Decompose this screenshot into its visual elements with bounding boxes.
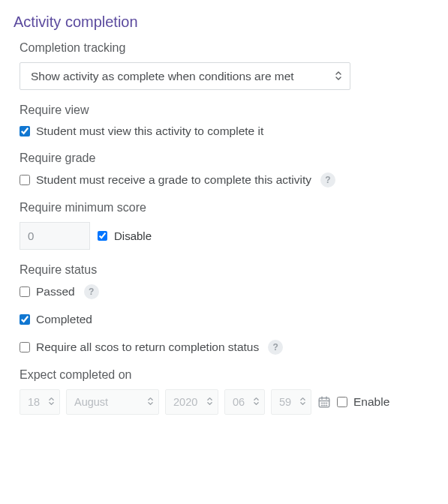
require-all-scos-label[interactable]: Require all scos to return completion st… [36,340,259,354]
require-all-scos-checkbox[interactable] [20,342,30,352]
status-passed-checkbox[interactable] [20,286,30,297]
min-score-disable-checkbox[interactable] [98,231,107,241]
expect-completed-label: Expect completed on [20,368,434,382]
status-passed-label[interactable]: Passed [36,285,75,298]
expect-day-select: 18 [20,389,60,415]
require-grade-label: Require grade [20,152,434,165]
min-score-disable-label[interactable]: Disable [114,230,152,242]
expect-month-select: August [66,389,159,415]
require-grade-checkbox[interactable] [20,175,30,185]
require-grade-checkbox-label[interactable]: Student must receive a grade to complete… [36,173,311,187]
expect-hour-select: 06 [224,389,265,415]
status-completed-label[interactable]: Completed [36,313,92,326]
completion-tracking-select[interactable]: Show activity as complete when condition… [20,62,350,90]
expect-enable-checkbox[interactable] [337,397,347,407]
expect-minute-select: 59 [271,389,311,415]
require-view-checkbox-label[interactable]: Student must view this activity to compl… [36,124,263,138]
min-score-input [20,222,90,250]
require-view-label: Require view [20,104,434,117]
help-icon[interactable]: ? [320,172,335,188]
require-min-score-label: Require minimum score [20,201,434,214]
help-icon[interactable]: ? [268,340,283,355]
expect-enable-label[interactable]: Enable [353,395,389,409]
section-title: Activity completion [14,14,434,31]
require-status-label: Require status [20,263,434,277]
status-completed-checkbox[interactable] [20,314,30,325]
expect-year-select: 2020 [165,389,218,415]
require-view-checkbox[interactable] [20,126,30,136]
completion-tracking-label: Completion tracking [20,41,434,55]
calendar-icon[interactable] [317,395,331,409]
help-icon[interactable]: ? [84,284,99,299]
